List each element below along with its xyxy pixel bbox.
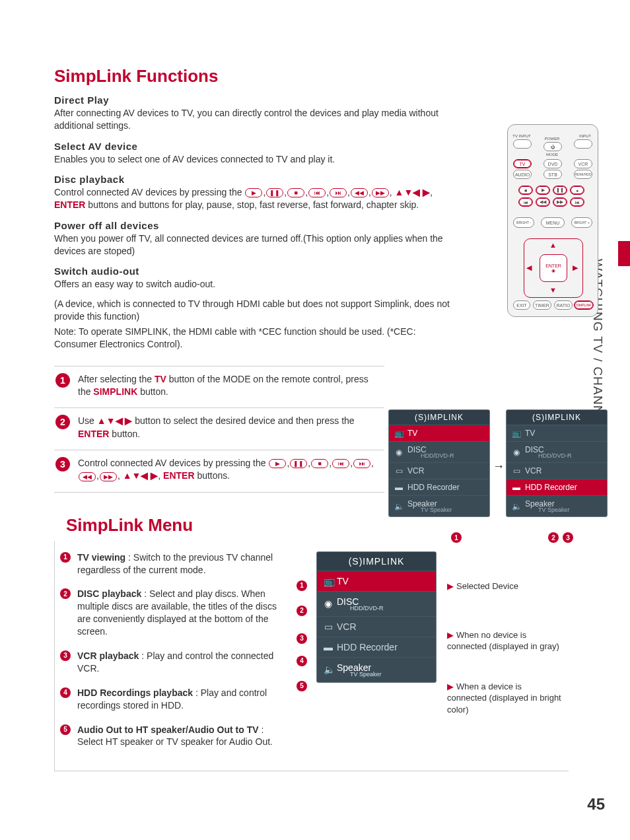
step-badge: 1 <box>55 373 70 388</box>
step-2: 2 Use ▲▼◀ ▶ button to select the desired… <box>54 408 384 450</box>
next-icon: ⏭ <box>330 188 347 197</box>
callout-selected: ▶Selected Device <box>447 580 518 592</box>
prev-icon: ⏮ <box>308 188 326 197</box>
steps-list: 1 After selecting the TV button of the M… <box>54 366 384 493</box>
body-switch-audio: Offers an easy way to switch audio-out. <box>54 278 450 291</box>
step-badge: 2 <box>55 415 70 429</box>
step-3: 3 Control connected AV devices by pressi… <box>54 450 384 493</box>
callout-no-device: ▶When no device is connected (displayed … <box>447 629 563 652</box>
remote-control-illustration: TV INPUT POWER ⏻ INPUT MODE TV DVD VCR A… <box>507 124 598 317</box>
body-select-av: Enables you to select one of AV devices … <box>54 153 450 166</box>
accent-tab <box>618 241 630 266</box>
step-badge: 3 <box>55 457 70 472</box>
page-number: 45 <box>587 795 605 814</box>
play-icon: ▶ <box>245 188 262 197</box>
pause-icon: ❚❚ <box>266 188 283 197</box>
callout-device-connected: ▶When a device is connected (displayed i… <box>447 681 563 716</box>
heading-simplink-functions: SimpLink Functions <box>54 66 450 87</box>
body-direct-play: After connecting AV devices to TV, you c… <box>54 107 450 133</box>
body-disc-playback: Control connected AV devices by pressing… <box>54 186 450 212</box>
subhead-switch-audio: Switch audio-out <box>54 265 450 277</box>
note-hdmi-simplink: (A device, which is connected to TV thro… <box>54 298 450 324</box>
subhead-direct-play: Direct Play <box>54 94 450 106</box>
ref-badge: 2 <box>548 532 559 543</box>
arrow-right-icon: → <box>493 460 505 473</box>
simplink-panel-after: (S)IMPLINK 📺TV ◉DISCHDD/DVD-R ▭VCR ▬HDD … <box>506 409 608 517</box>
ref-badge: 3 <box>563 532 573 543</box>
ref-badge: 1 <box>451 532 462 543</box>
simplink-menu-box: 1TV viewing : Switch to the previous TV … <box>54 541 569 772</box>
stop-icon: ■ <box>287 188 304 197</box>
step-1: 1 After selecting the TV button of the M… <box>54 367 384 409</box>
note-cec: Note: To operate SIMPLINK, the HDMI cabl… <box>54 326 450 351</box>
ffwd-icon: ▶▶ <box>372 188 389 197</box>
simplink-panel-menu: (S)IMPLINK 📺TV ◉DISCHDD/DVD-R ▭VCR ▬HDD … <box>316 551 437 683</box>
body-power-off: When you power off TV, all connected dev… <box>54 232 450 258</box>
subhead-select-av: Select AV device <box>54 141 450 152</box>
subhead-power-off: Power off all devices <box>54 220 450 231</box>
menu-item-list: 1TV viewing : Switch to the previous TV … <box>60 551 278 761</box>
rew-icon: ◀◀ <box>351 188 368 197</box>
subhead-disc-playback: Disc playback <box>54 174 450 185</box>
heading-simplink-menu: SimpLink Menu <box>66 515 584 536</box>
simplink-panel-before: (S)IMPLINK 📺TV ◉DISCHDD/DVD-R ▭VCR ▬HDD … <box>388 409 490 517</box>
